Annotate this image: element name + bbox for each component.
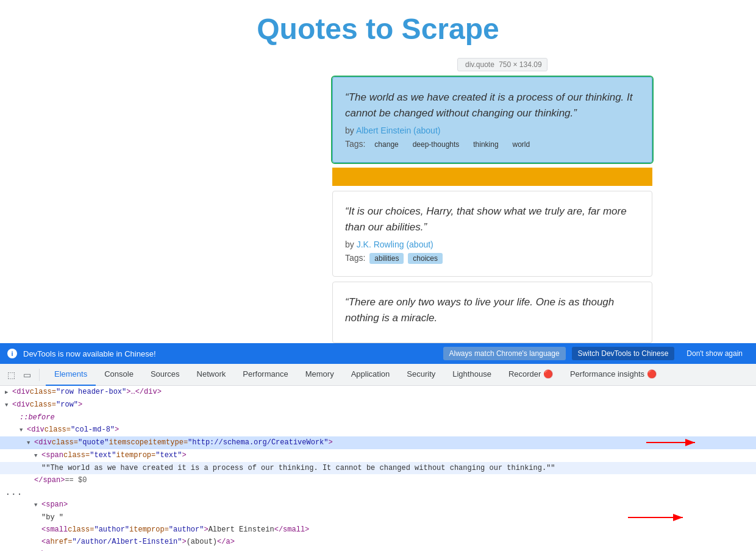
tab-performance[interactable]: Performance [234,364,296,386]
quote-text-2: “It is our choices, Harry, that show wha… [345,204,640,235]
match-language-button[interactable]: Always match Chrome's language [443,347,566,360]
code-line-5[interactable]: <div class="quote" itemscope itemtype="h… [0,436,756,449]
triangle-10[interactable] [34,499,41,511]
devtools-notification: i DevTools is now available in Chinese! … [0,343,756,364]
quote-by-2: by J.K. Rowling (about) [345,240,640,249]
devtools-tab-icons: ⬚ ▭ [5,369,40,381]
author-link-2[interactable]: J.K. Rowling [357,240,404,249]
tab-console[interactable]: Console [96,364,142,386]
about-link-2[interactable]: (about) [406,240,433,249]
tab-application[interactable]: Application [343,364,399,386]
code-line-13: <a href="/author/Albert-Einstein">(about… [0,536,756,548]
red-arrow-2 [628,510,707,525]
info-icon: i [7,349,17,358]
author-link-1[interactable]: Albert Einstein [356,126,411,135]
tag-deep-thoughts[interactable]: deep-thoughts [408,139,465,150]
code-line-6: <span class="text" itemprop="text"> [0,449,756,462]
tab-elements[interactable]: Elements [46,364,96,386]
quote-tags-1: Tags: change deep-thoughts thinking worl… [345,139,640,150]
inspector-selector: div.quote [465,60,494,69]
devtools-panel: <div class="row header-box">…</div> <div… [0,386,756,551]
triangle-4[interactable] [20,424,27,436]
quote-tags-2: Tags: abilities choices [345,253,640,264]
triangle-2[interactable] [5,399,12,411]
tab-lighthouse[interactable]: Lighthouse [444,364,500,386]
code-line-2: <div class="row"> [0,399,756,411]
device-icon[interactable]: ▭ [21,369,33,381]
triangle-6[interactable] [34,450,41,461]
code-line-4: <div class="col-md-8"> [0,424,756,436]
code-line-10: <span> [0,499,756,511]
inspector-dimensions: 750 × 134.09 [499,60,541,69]
tab-recorder[interactable]: Recorder 🔴 [500,364,562,386]
quote-card-3: “There are only two ways to live your li… [332,282,652,343]
page-top: Quotes to Scrape div.quote 750 × 134.09 … [0,0,756,343]
code-line-14: </span> [0,548,756,551]
tab-memory[interactable]: Memory [297,364,343,386]
code-line-9: ... [0,486,756,499]
about-link-1[interactable]: (about) [413,126,440,135]
quote-text-3: “There are only two ways to live your li… [345,294,640,325]
code-line-8: </span> == $0 [0,474,756,486]
triangle-5[interactable] [27,437,34,449]
code-line-1: <div class="row header-box">…</div> [0,386,756,399]
tab-performance-insights[interactable]: Performance insights 🔴 [562,364,665,386]
code-line-7: ""The world as we have created it is a p… [0,462,756,474]
notification-text: DevTools is now available in Chinese! [23,349,437,358]
inspector-tooltip: div.quote 750 × 134.09 [457,58,547,71]
quote-card-2: “It is our choices, Harry, that show wha… [332,191,652,277]
quote-by-1: by Albert Einstein (about) [345,126,640,135]
quotes-container: “The world as we have created it is a pr… [104,77,652,343]
tab-security[interactable]: Security [398,364,444,386]
tab-network[interactable]: Network [188,364,235,386]
tag-change[interactable]: change [369,139,403,150]
code-line-11: "by " [0,511,756,524]
orange-separator [332,168,652,186]
code-line-3: ::before [0,411,756,424]
tag-choices[interactable]: choices [408,253,443,264]
tab-sources[interactable]: Sources [142,364,188,386]
tag-thinking[interactable]: thinking [468,139,503,150]
page-title: Quotes to Scrape [0,6,756,58]
triangle-1[interactable] [5,386,12,398]
tag-abilities[interactable]: abilities [369,253,404,264]
devtools-content: <div class="row header-box">…</div> <div… [0,386,756,551]
inspect-icon[interactable]: ⬚ [5,369,17,381]
red-arrow-1 [646,435,719,450]
quote-card-1: “The world as we have created it is a pr… [332,77,652,163]
dont-show-again-button[interactable]: Don't show again [680,347,749,360]
switch-devtools-button[interactable]: Switch DevTools to Chinese [572,347,675,360]
devtools-tabs: ⬚ ▭ Elements Console Sources Network Per… [0,364,756,386]
quote-text-1: “The world as we have created it is a pr… [345,90,640,121]
tag-world[interactable]: world [508,139,535,150]
code-line-12: <small class="author" itemprop="author">… [0,524,756,536]
